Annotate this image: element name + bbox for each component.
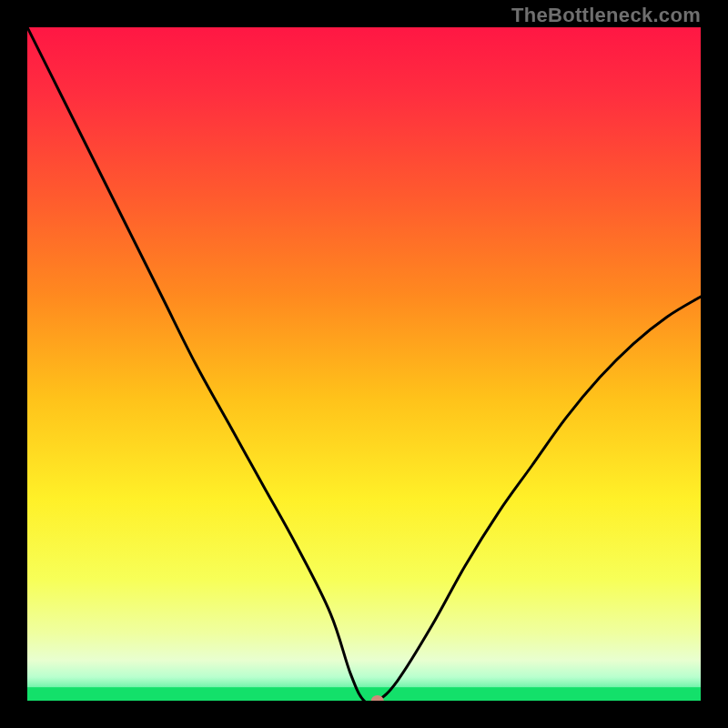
chart-frame: TheBottleneck.com bbox=[0, 0, 728, 728]
gradient-background bbox=[27, 27, 701, 701]
watermark-text: TheBottleneck.com bbox=[511, 4, 701, 27]
chart-svg bbox=[27, 27, 701, 701]
chart-plot-area bbox=[27, 27, 701, 701]
green-band bbox=[27, 687, 701, 701]
